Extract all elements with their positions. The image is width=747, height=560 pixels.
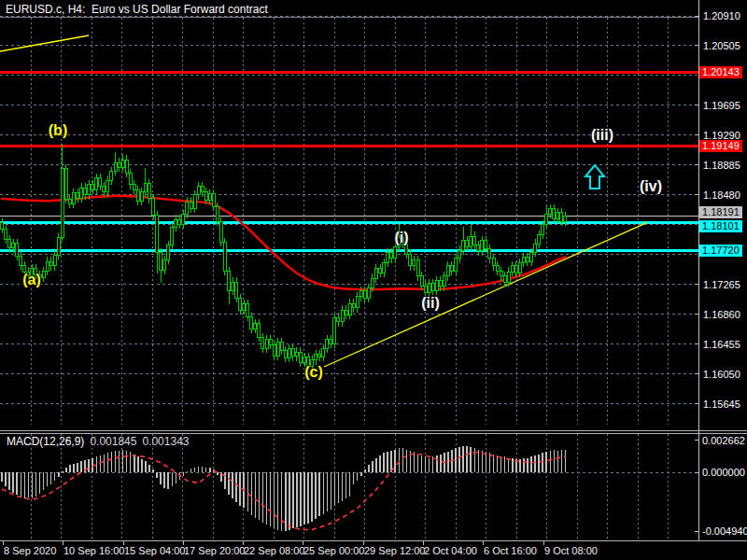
candle-body	[458, 250, 461, 259]
candle-body	[295, 352, 298, 357]
macd-main-value: 0.001845	[90, 435, 136, 448]
candle-body	[431, 284, 434, 291]
candle-body	[136, 189, 139, 201]
candle-body	[470, 236, 472, 246]
candle-body	[148, 183, 150, 199]
macd-axis-label: -0.004940	[702, 525, 747, 537]
candle-body	[129, 173, 132, 185]
candle-body	[156, 215, 159, 252]
candle-body	[258, 323, 261, 337]
candle-body	[545, 214, 548, 224]
candle-body	[485, 241, 487, 249]
time-axis-label: 8 Sep 2020	[4, 545, 56, 556]
panel-separator-bottom[interactable]	[0, 433, 747, 434]
macd-histogram	[2, 446, 565, 531]
candle-body	[518, 263, 521, 273]
candle-body	[247, 304, 249, 316]
candle-body	[163, 259, 166, 270]
candle-body	[190, 202, 192, 208]
candle-body	[488, 249, 491, 259]
candle-body	[175, 219, 177, 228]
candle-body	[42, 271, 45, 277]
candle-body	[359, 291, 362, 297]
candle-body	[103, 186, 106, 191]
candle-body	[204, 192, 207, 201]
macd-signal-value: 0.001343	[142, 435, 189, 448]
price-axis-label: 1.19695	[703, 100, 740, 111]
time-axis-label: 17 Sep 20:00	[184, 545, 245, 556]
candle-body	[68, 200, 71, 204]
chart-title: EURUSD.c, H4: Euro vs US Dollar Forward …	[6, 3, 268, 16]
candle-body	[326, 340, 329, 348]
candle-body	[276, 343, 279, 356]
time-axis-label: 10 Sep 16:00	[63, 545, 124, 556]
up-arrow-icon[interactable]	[585, 165, 604, 189]
candle-body	[106, 180, 109, 192]
candle-body	[424, 286, 427, 293]
candle-body	[514, 266, 517, 273]
candle-body	[1, 223, 4, 229]
price-axis-label: 1.20505	[703, 40, 740, 51]
candle-body	[428, 284, 430, 293]
candle-body	[121, 160, 124, 168]
candles	[1, 144, 567, 370]
price-chart-canvas[interactable]	[0, 0, 747, 560]
candle-body	[5, 229, 7, 239]
wave-label[interactable]: (iii)	[591, 127, 613, 144]
candle-body	[80, 188, 83, 198]
candle-body	[49, 261, 52, 266]
candle-body	[356, 297, 359, 308]
candle-body	[53, 256, 56, 266]
candle-body	[208, 193, 211, 200]
time-axis-separator	[0, 540, 747, 541]
price-axis-label: 1.17265	[703, 279, 740, 290]
wave-label[interactable]: (i)	[394, 230, 408, 246]
candle-body	[443, 276, 445, 287]
candle-body	[140, 192, 143, 201]
candle-body	[455, 259, 458, 271]
price-axis-label: 1.15645	[703, 399, 740, 410]
candle-body	[228, 271, 231, 290]
candle-body	[390, 253, 393, 259]
candle-body	[160, 253, 162, 271]
macd-axis-label: 0.000000	[702, 467, 745, 478]
wave-label[interactable]: (a)	[22, 272, 41, 288]
candle-body	[167, 245, 170, 260]
panel-separator-top[interactable]	[0, 430, 747, 431]
horizontal-levels[interactable]	[0, 73, 698, 251]
candle-body	[374, 269, 377, 278]
candle-body	[466, 241, 469, 246]
candle-body	[133, 185, 135, 190]
candle-body	[363, 291, 366, 299]
candle-body	[299, 352, 302, 362]
wave-label[interactable]: (c)	[304, 364, 323, 381]
wave-label[interactable]: (ii)	[421, 295, 440, 312]
candle-body	[492, 259, 495, 266]
title-underline	[0, 17, 698, 18]
candle-body	[186, 202, 189, 214]
trendlines[interactable]	[0, 35, 646, 367]
candle-body	[352, 303, 355, 308]
candle-body	[125, 160, 128, 173]
candle-body	[61, 169, 63, 238]
candle-body	[341, 310, 344, 322]
candle-body	[99, 178, 102, 187]
time-axis-label: 25 Sep 00:00	[303, 545, 364, 556]
price-axis-label: 1.16455	[703, 339, 740, 350]
candle-body	[223, 242, 226, 271]
candle-body	[526, 257, 529, 261]
candle-body	[549, 209, 552, 215]
candle-body	[345, 310, 347, 315]
candle-body	[152, 199, 155, 215]
candle-body	[511, 266, 514, 272]
wave-label[interactable]: (iv)	[640, 178, 662, 195]
candle-body	[348, 303, 351, 315]
candle-body	[219, 221, 222, 242]
candle-body	[337, 317, 340, 322]
candle-body	[413, 259, 416, 265]
candle-body	[303, 357, 306, 363]
macd-axis-label: 0.002662	[702, 435, 745, 446]
wave-label[interactable]: (b)	[49, 122, 67, 139]
candle-body	[439, 281, 442, 287]
candle-body	[473, 236, 476, 245]
